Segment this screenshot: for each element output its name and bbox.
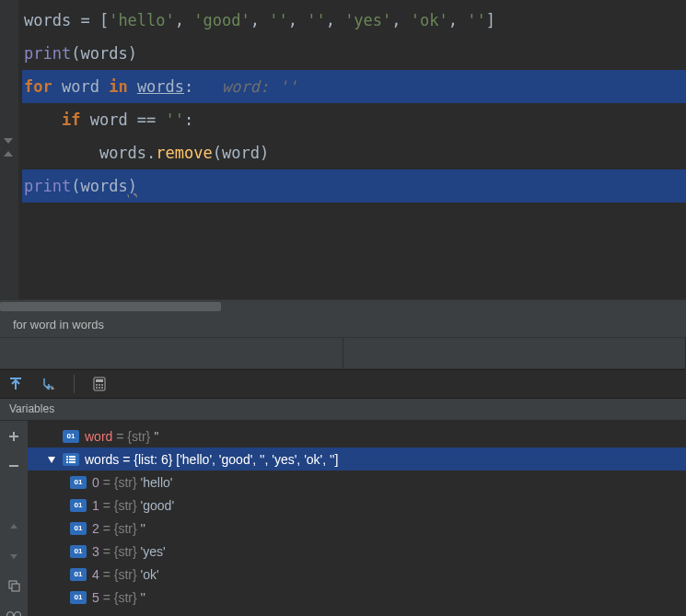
code-line-4[interactable]: if word == '': [22,103,686,136]
calculator-icon[interactable] [91,376,108,392]
fold-mark-icon [2,147,15,160]
svg-rect-18 [69,461,76,463]
variables-tree[interactable]: 01 word = {str} '' words = {list: 6} ['h… [28,421,686,616]
list-item[interactable]: 01 3 = {str} 'yes' [28,540,686,563]
fold-mark-icon [2,134,15,147]
type-badge-int: 01 [63,430,79,443]
svg-rect-0 [10,378,21,379]
scrollbar-thumb[interactable] [0,302,221,311]
svg-rect-15 [66,459,68,460]
type-badge-list [63,453,79,466]
type-badge-int: 01 [70,568,87,581]
code-line-1[interactable]: words = ['hello', 'good', '', '', 'yes',… [22,4,686,37]
svg-point-4 [99,384,100,386]
horizontal-scrollbar[interactable] [0,299,686,312]
svg-rect-13 [66,456,68,458]
code-line-6[interactable]: print(words) [22,169,686,203]
toolbar-separator [74,375,75,393]
list-item[interactable]: 01 1 = {str} 'good' [28,494,686,517]
svg-point-7 [99,387,100,389]
code-line-2[interactable]: print(words) [22,37,686,70]
svg-point-8 [101,387,103,389]
svg-rect-2 [96,379,103,382]
type-badge-int: 01 [70,476,87,489]
svg-point-6 [96,387,98,389]
panel-strip [0,338,686,369]
debug-toolbar [0,369,686,399]
svg-point-5 [101,384,103,386]
variables-panel: 01 word = {str} '' words = {list: 6} ['h… [0,421,686,616]
step-out-icon[interactable] [7,376,24,392]
type-badge-int: 01 [70,499,87,512]
glasses-icon[interactable] [6,607,22,616]
variable-word[interactable]: 01 word = {str} '' [28,424,686,447]
add-watch-button[interactable] [6,428,22,445]
breadcrumb[interactable]: for word in words [0,312,686,338]
move-up-button[interactable] [6,518,22,535]
step-cursor-icon[interactable] [41,376,57,392]
expand-arrow-icon[interactable] [46,454,57,465]
list-item[interactable]: 01 4 = {str} 'ok' [28,563,686,586]
list-item[interactable]: 01 5 = {str} '' [28,586,686,609]
code-line-3[interactable]: for word in words: word: '' [22,70,686,103]
svg-rect-10 [12,584,19,591]
svg-rect-17 [66,461,68,463]
code-editor[interactable]: words = ['hello', 'good', '', '', 'yes',… [0,0,686,299]
list-item[interactable]: 01 2 = {str} '' [28,517,686,540]
type-badge-int: 01 [70,522,87,535]
remove-watch-button[interactable] [6,458,22,474]
svg-point-11 [7,612,14,617]
variables-sidebar [0,421,28,616]
svg-point-3 [96,384,98,386]
code-line-5[interactable]: words.remove(word) [22,136,686,169]
svg-point-12 [15,612,21,617]
variable-words[interactable]: words = {list: 6} ['hello', 'good', '', … [28,447,686,471]
svg-rect-14 [69,456,76,458]
gutter [0,0,18,299]
copy-button[interactable] [6,577,22,594]
list-item[interactable]: 01 0 = {str} 'hello' [28,471,686,494]
move-down-button[interactable] [6,548,22,564]
type-badge-int: 01 [70,545,87,558]
svg-rect-16 [69,459,76,460]
variables-header: Variables [0,399,686,421]
type-badge-int: 01 [70,591,87,604]
